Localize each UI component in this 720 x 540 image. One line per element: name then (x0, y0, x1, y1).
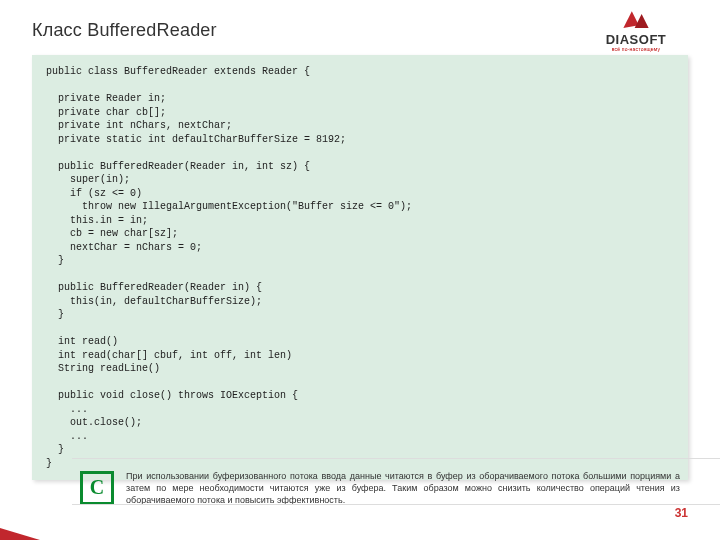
callout: С При использовании буферизованного пото… (80, 470, 680, 506)
brand-logo: DIASOFT всё по-настоящему (576, 8, 696, 52)
divider (72, 458, 720, 459)
brand-name: DIASOFT (576, 32, 696, 47)
slide: DIASOFT всё по-настоящему Класс Buffered… (0, 0, 720, 540)
logo-icon (622, 8, 650, 30)
brand-tagline: всё по-настоящему (576, 46, 696, 52)
divider (72, 504, 720, 505)
callout-text: При использовании буферизованного потока… (126, 470, 680, 506)
corner-decoration-icon (0, 520, 40, 540)
page-number: 31 (675, 506, 688, 520)
code-block: public class BufferedReader extends Read… (32, 55, 688, 480)
callout-badge: С (80, 471, 114, 505)
